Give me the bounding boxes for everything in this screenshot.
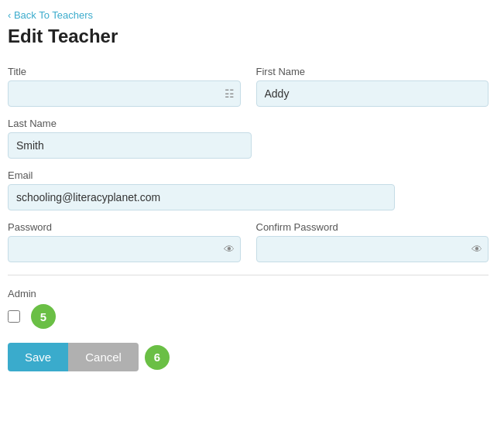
field-email: Email — [8, 169, 395, 210]
confirm-password-label: Confirm Password — [256, 221, 489, 233]
edit-teacher-form: Title Mr Mrs Ms Dr ☷ First Name Last Nam… — [8, 66, 489, 371]
password-label: Password — [8, 221, 241, 233]
first-name-label: First Name — [256, 66, 489, 77]
email-label: Email — [8, 169, 395, 181]
field-title: Title Mr Mrs Ms Dr ☷ — [8, 66, 241, 107]
last-name-label: Last Name — [8, 118, 252, 129]
admin-section: Admin 5 — [8, 288, 489, 329]
admin-step-badge: 5 — [31, 304, 56, 329]
admin-label: Admin — [8, 288, 489, 299]
back-to-teachers-link[interactable]: Back To Teachers — [8, 9, 93, 21]
save-button[interactable]: Save — [8, 343, 68, 371]
field-password: Password 👁 — [8, 221, 241, 262]
row-title-firstname: Title Mr Mrs Ms Dr ☷ First Name — [8, 66, 489, 107]
admin-checkbox[interactable] — [8, 310, 20, 323]
email-input[interactable] — [8, 184, 395, 210]
password-input[interactable] — [8, 236, 241, 262]
row-email: Email — [8, 169, 489, 210]
action-step-badge: 6 — [145, 345, 170, 370]
confirm-password-wrapper: 👁 — [256, 236, 489, 262]
field-last-name: Last Name — [8, 118, 252, 159]
title-select-wrapper: Mr Mrs Ms Dr ☷ — [8, 80, 241, 107]
first-name-input[interactable] — [256, 80, 489, 107]
cancel-button[interactable]: Cancel — [68, 343, 139, 371]
row-password: Password 👁 Confirm Password 👁 — [8, 221, 489, 262]
button-row: Save Cancel 6 — [8, 343, 489, 371]
last-name-input[interactable] — [8, 132, 252, 159]
password-wrapper: 👁 — [8, 236, 241, 262]
title-select[interactable]: Mr Mrs Ms Dr — [8, 80, 241, 107]
field-confirm-password: Confirm Password 👁 — [256, 221, 489, 262]
field-first-name: First Name — [256, 66, 489, 107]
row-lastname: Last Name — [8, 118, 489, 159]
form-divider — [8, 275, 489, 275]
password-visibility-icon[interactable]: 👁 — [224, 243, 235, 255]
title-label: Title — [8, 66, 241, 77]
confirm-password-input[interactable] — [256, 236, 489, 262]
confirm-password-visibility-icon[interactable]: 👁 — [471, 243, 482, 255]
page-title: Edit Teacher — [8, 26, 489, 47]
admin-row: 5 — [8, 304, 489, 329]
